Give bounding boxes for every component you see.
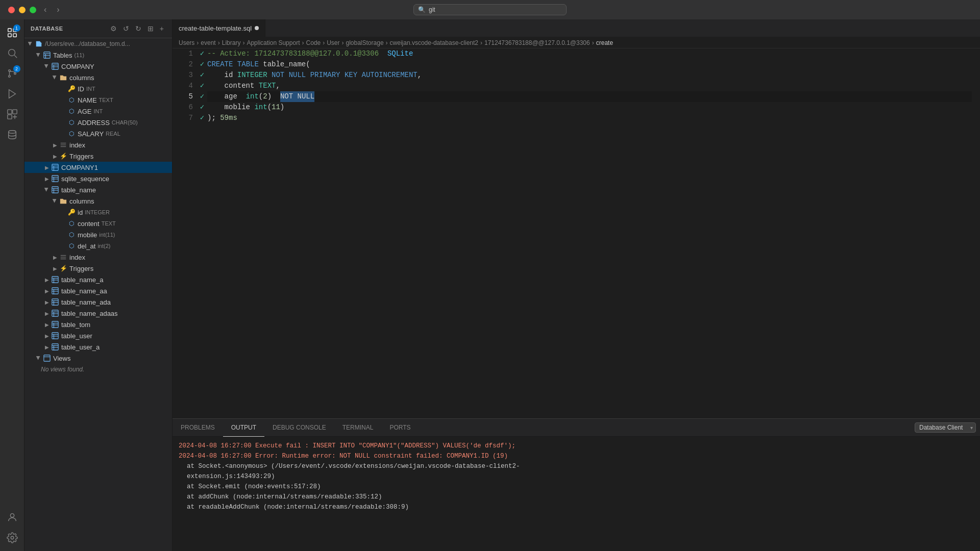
triggers-icon: ⚡ [59, 152, 67, 160]
sidebar-item-tablename-id[interactable]: 🔑 id INTEGER [24, 207, 172, 218]
panel-tab-debug[interactable]: DEBUG CONSOLE [264, 419, 334, 437]
panel-tab-terminal[interactable]: TERMINAL [334, 419, 382, 437]
settings-button[interactable]: ⚙ [108, 23, 119, 34]
sidebar-item-company1[interactable]: ▶ COMPANY1 ✏ ≡ ⊡ [24, 162, 172, 173]
code-area: 1 2 3 4 5 6 7 ✓ ✓ ✓ ✓ ✓ ✓ ✓ [173, 48, 980, 418]
sidebar-item-company-index[interactable]: ▶ index [24, 139, 172, 151]
sidebar-item-table-name[interactable]: ▶ table_name [24, 184, 172, 195]
breadcrumb-globalstorage[interactable]: globalStorage [346, 39, 384, 46]
activity-settings[interactable] [3, 529, 21, 547]
table-icon [51, 287, 59, 295]
sidebar-item-tablename-triggers[interactable]: ▶ ⚡ Triggers [24, 263, 172, 274]
tab-modified-dot [255, 26, 259, 30]
search-bar[interactable]: 🔍 [413, 4, 567, 15]
activity-run[interactable] [3, 85, 21, 103]
refresh-connection-button[interactable]: ↺ [121, 23, 131, 34]
sidebar-item-company-triggers[interactable]: ▶ ⚡ Triggers [24, 151, 172, 162]
activity-bar: 1 2 [0, 19, 24, 551]
panel-output-content[interactable]: 2024-04-08 16:27:00 Execute fail : INSER… [173, 437, 980, 551]
sidebar-item-company-address[interactable]: ⬡ ADDRESS CHAR(50) [24, 117, 172, 128]
col-icon: ⬡ [67, 96, 76, 104]
breadcrumb-users[interactable]: Users [179, 39, 194, 46]
sidebar-item-tablename-columns[interactable]: ▶ columns [24, 195, 172, 207]
maximize-button[interactable] [30, 7, 36, 13]
col-icon-delat: ⬡ [67, 242, 76, 250]
company-triggers-label: Triggers [69, 153, 93, 160]
panel-tab-output[interactable]: OUTPUT [223, 419, 264, 437]
code-lines[interactable]: -- Active: 1712473783188@@127.0.0.1@3306… [207, 48, 980, 418]
search-icon: 🔍 [418, 6, 426, 13]
breadcrumb-library[interactable]: Library [222, 39, 241, 46]
sidebar-item-company-salary[interactable]: ⬡ SALARY REAL [24, 128, 172, 139]
sidebar-item-table-name-aa[interactable]: ▶ table_name_aa [24, 285, 172, 296]
table-icon [51, 320, 59, 329]
table-name-adaas-label: table_name_adaas [61, 310, 118, 317]
sidebar-item-table-user-a[interactable]: ▶ table_user_a [24, 341, 172, 353]
new-window-button[interactable]: ⊞ [145, 23, 156, 34]
breadcrumb-dbid[interactable]: 17124736783188@@127.0.0.1@3306 [484, 39, 590, 46]
tab-create-table[interactable]: create-table-template.sql [173, 19, 265, 37]
company-name-type: TEXT [99, 97, 113, 103]
activity-search[interactable] [3, 44, 21, 62]
sidebar-item-company-id[interactable]: 🔑 ID INT [24, 83, 172, 94]
refresh-button[interactable]: ↻ [133, 23, 143, 34]
sidebar-item-table-name-adaas[interactable]: ▶ table_name_adaas [24, 308, 172, 319]
sidebar-item-sqlite-sequence[interactable]: ▶ sqlite_sequence [24, 173, 172, 184]
svg-rect-11 [12, 110, 16, 114]
sidebar-item-tablename-index[interactable]: ▶ index [24, 252, 172, 263]
activity-extensions[interactable] [3, 105, 21, 123]
sidebar-item-company-columns[interactable]: ▶ columns [24, 72, 172, 83]
sidebar-item-company-age[interactable]: ⬡ AGE INT [24, 106, 172, 117]
col-icon-age: ⬡ [67, 107, 76, 115]
sidebar-item-table-user[interactable]: ▶ table_user [24, 330, 172, 341]
sidebar-item-views[interactable]: ▶ Views [24, 353, 172, 364]
sidebar-item-tables[interactable]: ▶ Tables (11) [24, 49, 172, 61]
sidebar-item-table-name-ada[interactable]: ▶ table_name_ada [24, 296, 172, 308]
breadcrumb-extension[interactable]: cweijan.vscode-database-client2 [390, 39, 478, 46]
svg-rect-46 [52, 288, 58, 294]
tablename-content-type: TEXT [102, 220, 116, 227]
tablename-index-expand: ▶ [51, 253, 59, 261]
minimize-button[interactable] [19, 7, 26, 13]
key-icon: 🔑 [67, 85, 76, 93]
activity-account[interactable] [3, 508, 21, 527]
breadcrumb-code[interactable]: Code [306, 39, 321, 46]
output-source-selector[interactable]: Database Client [915, 422, 976, 433]
breadcrumb-appsupport[interactable]: Application Support [247, 39, 300, 46]
sidebar-item-table-name-a[interactable]: ▶ table_name_a [24, 274, 172, 285]
close-button[interactable] [8, 7, 15, 13]
activity-explorer[interactable]: 1 [3, 23, 21, 42]
sqlite-seq-label: sqlite_sequence [61, 175, 109, 183]
tablename-triggers-label: Triggers [69, 265, 93, 272]
svg-rect-58 [52, 321, 58, 328]
breadcrumb-create[interactable]: create [596, 39, 613, 46]
panel-tab-problems[interactable]: PROBLEMS [173, 419, 223, 437]
sidebar-item-tablename-mobile[interactable]: ⬡ mobile int(11) [24, 229, 172, 240]
nav-back-button[interactable]: ‹ [41, 4, 50, 15]
titlebar: ‹ › 🔍 [0, 0, 980, 19]
activity-database[interactable] [3, 126, 21, 144]
panel-tab-ports[interactable]: PORTS [381, 419, 419, 437]
sidebar-item-company[interactable]: ▶ COMPANY [24, 61, 172, 72]
svg-rect-12 [7, 115, 11, 119]
sidebar-item-db-root[interactable]: ▶ /Users/eve.../database_tom.d... [24, 38, 172, 49]
activity-source-control[interactable]: 2 [3, 64, 21, 83]
svg-rect-31 [52, 176, 58, 182]
table-name-aa-label: table_name_aa [61, 287, 107, 295]
sidebar-item-company-name[interactable]: ⬡ NAME TEXT [24, 94, 172, 106]
breadcrumb-event[interactable]: event [201, 39, 215, 46]
company-id-label: ID [78, 85, 84, 93]
search-input[interactable] [429, 6, 562, 13]
tablename-delat-label: del_at [78, 242, 95, 250]
code-line-6: moblie int(11) [207, 102, 972, 113]
nav-forward-button[interactable]: › [54, 4, 62, 15]
columns-folder-icon [59, 73, 67, 82]
tables-icon [43, 51, 51, 59]
sidebar-item-table-tom[interactable]: ▶ table_tom [24, 319, 172, 330]
breadcrumb-user[interactable]: User [327, 39, 339, 46]
code-editor[interactable]: 1 2 3 4 5 6 7 ✓ ✓ ✓ ✓ ✓ ✓ ✓ [173, 48, 980, 418]
sidebar-item-tablename-delat[interactable]: ⬡ del_at int(2) [24, 240, 172, 252]
add-button[interactable]: + [158, 23, 166, 34]
panel-selector-wrap[interactable]: Database Client [915, 422, 976, 433]
sidebar-item-tablename-content[interactable]: ⬡ content TEXT [24, 218, 172, 229]
